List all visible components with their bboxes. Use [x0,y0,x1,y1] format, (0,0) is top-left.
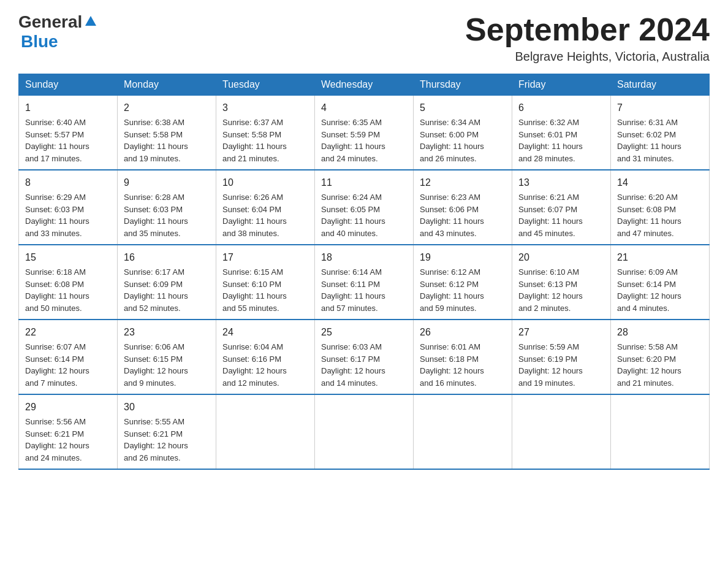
sunset-text: Sunset: 5:59 PM [321,129,407,141]
logo: General Blue [18,12,97,52]
sunrise-text: Sunrise: 5:56 AM [25,416,111,428]
sunrise-text: Sunrise: 6:28 AM [124,191,210,204]
day-number: 9 [124,175,210,190]
daylight-text: Daylight: 11 hours and 40 minutes. [321,215,407,239]
day-number: 24 [222,325,308,340]
sunrise-text: Sunrise: 6:01 AM [420,341,506,353]
logo-blue-text: Blue [21,32,58,52]
day-number: 4 [321,101,407,115]
sunset-text: Sunset: 6:05 PM [321,204,407,216]
calendar-subtitle: Belgrave Heights, Victoria, Australia [465,50,710,64]
sunset-text: Sunset: 6:14 PM [617,278,703,291]
calendar-cell: 3Sunrise: 6:37 AMSunset: 5:58 PMDaylight… [216,96,315,170]
day-number: 7 [617,101,703,115]
daylight-text: Daylight: 11 hours and 26 minutes. [420,140,506,164]
day-number: 11 [321,175,407,190]
sunset-text: Sunset: 6:21 PM [124,428,210,440]
daylight-text: Daylight: 11 hours and 35 minutes. [124,215,210,239]
logo-general-text: General [18,12,82,32]
logo-triangle-icon [84,15,97,28]
daylight-text: Daylight: 12 hours and 12 minutes. [222,365,308,389]
day-number: 23 [124,325,210,340]
sunset-text: Sunset: 6:15 PM [124,353,210,366]
weekday-header-monday: Monday [118,74,216,96]
daylight-text: Daylight: 11 hours and 17 minutes. [25,140,111,164]
weekday-header-saturday: Saturday [611,74,710,96]
sunset-text: Sunset: 6:02 PM [617,129,703,141]
sunset-text: Sunset: 6:20 PM [617,353,703,366]
sunrise-text: Sunrise: 6:12 AM [420,266,506,278]
calendar-table: SundayMondayTuesdayWednesdayThursdayFrid… [18,74,710,470]
day-number: 1 [25,101,111,115]
week-row-1: 1Sunrise: 6:40 AMSunset: 5:57 PMDaylight… [19,96,710,170]
day-number: 25 [321,325,407,340]
calendar-cell: 15Sunrise: 6:18 AMSunset: 6:08 PMDayligh… [19,245,118,320]
calendar-cell: 8Sunrise: 6:29 AMSunset: 6:03 PMDaylight… [19,170,118,245]
daylight-text: Daylight: 11 hours and 38 minutes. [222,215,308,239]
daylight-text: Daylight: 11 hours and 59 minutes. [420,290,506,314]
day-number: 19 [420,250,506,265]
sunset-text: Sunset: 6:16 PM [222,353,308,366]
calendar-cell: 14Sunrise: 6:20 AMSunset: 6:08 PMDayligh… [611,170,710,245]
daylight-text: Daylight: 11 hours and 47 minutes. [617,215,703,239]
calendar-cell: 25Sunrise: 6:03 AMSunset: 6:17 PMDayligh… [315,320,414,394]
sunset-text: Sunset: 6:13 PM [518,278,604,291]
calendar-cell: 27Sunrise: 5:59 AMSunset: 6:19 PMDayligh… [512,320,611,394]
calendar-cell: 10Sunrise: 6:26 AMSunset: 6:04 PMDayligh… [216,170,315,245]
calendar-cell: 16Sunrise: 6:17 AMSunset: 6:09 PMDayligh… [118,245,216,320]
sunrise-text: Sunrise: 6:26 AM [222,191,308,204]
calendar-title: September 2024 [465,12,710,47]
day-number: 14 [617,175,703,190]
calendar-cell: 11Sunrise: 6:24 AMSunset: 6:05 PMDayligh… [315,170,414,245]
sunrise-text: Sunrise: 6:15 AM [222,266,308,278]
sunset-text: Sunset: 6:18 PM [420,353,506,366]
sunset-text: Sunset: 6:03 PM [124,204,210,216]
sunrise-text: Sunrise: 6:04 AM [222,341,308,353]
sunset-text: Sunset: 6:07 PM [518,204,604,216]
calendar-cell: 18Sunrise: 6:14 AMSunset: 6:11 PMDayligh… [315,245,414,320]
sunset-text: Sunset: 6:19 PM [518,353,604,366]
calendar-cell: 12Sunrise: 6:23 AMSunset: 6:06 PMDayligh… [414,170,512,245]
calendar-cell: 21Sunrise: 6:09 AMSunset: 6:14 PMDayligh… [611,245,710,320]
day-number: 2 [124,101,210,115]
daylight-text: Daylight: 11 hours and 24 minutes. [321,140,407,164]
weekday-header-friday: Friday [512,74,611,96]
calendar-cell [414,394,512,469]
daylight-text: Daylight: 12 hours and 14 minutes. [321,365,407,389]
calendar-cell: 7Sunrise: 6:31 AMSunset: 6:02 PMDaylight… [611,96,710,170]
daylight-text: Daylight: 11 hours and 57 minutes. [321,290,407,314]
day-number: 18 [321,250,407,265]
day-number: 30 [124,400,210,415]
sunset-text: Sunset: 6:08 PM [617,204,703,216]
day-number: 26 [420,325,506,340]
sunrise-text: Sunrise: 6:10 AM [518,266,604,278]
calendar-cell: 24Sunrise: 6:04 AMSunset: 6:16 PMDayligh… [216,320,315,394]
sunrise-text: Sunrise: 6:03 AM [321,341,407,353]
day-number: 3 [222,101,308,115]
day-number: 13 [518,175,604,190]
calendar-cell [611,394,710,469]
sunrise-text: Sunrise: 6:18 AM [25,266,111,278]
daylight-text: Daylight: 11 hours and 19 minutes. [124,140,210,164]
daylight-text: Daylight: 11 hours and 55 minutes. [222,290,308,314]
week-row-3: 15Sunrise: 6:18 AMSunset: 6:08 PMDayligh… [19,245,710,320]
calendar-cell: 4Sunrise: 6:35 AMSunset: 5:59 PMDaylight… [315,96,414,170]
daylight-text: Daylight: 12 hours and 9 minutes. [124,365,210,389]
day-number: 17 [222,250,308,265]
weekday-header-wednesday: Wednesday [315,74,414,96]
calendar-cell: 28Sunrise: 5:58 AMSunset: 6:20 PMDayligh… [611,320,710,394]
calendar-cell: 19Sunrise: 6:12 AMSunset: 6:12 PMDayligh… [414,245,512,320]
sunset-text: Sunset: 6:04 PM [222,204,308,216]
day-number: 10 [222,175,308,190]
sunrise-text: Sunrise: 6:14 AM [321,266,407,278]
calendar-cell: 22Sunrise: 6:07 AMSunset: 6:14 PMDayligh… [19,320,118,394]
page-header: General Blue September 2024 Belgrave Hei… [18,12,710,64]
sunrise-text: Sunrise: 6:37 AM [222,117,308,129]
day-number: 27 [518,325,604,340]
calendar-cell: 20Sunrise: 6:10 AMSunset: 6:13 PMDayligh… [512,245,611,320]
sunset-text: Sunset: 6:01 PM [518,129,604,141]
daylight-text: Daylight: 11 hours and 45 minutes. [518,215,604,239]
sunset-text: Sunset: 6:00 PM [420,129,506,141]
sunrise-text: Sunrise: 6:09 AM [617,266,703,278]
day-number: 16 [124,250,210,265]
